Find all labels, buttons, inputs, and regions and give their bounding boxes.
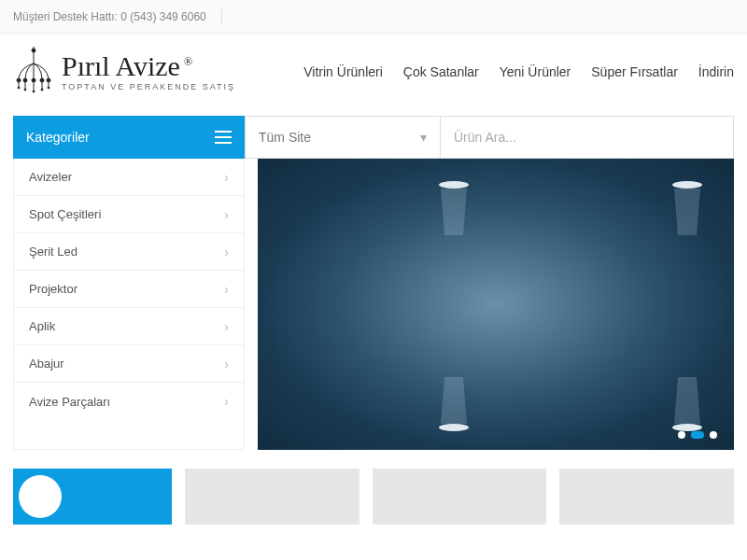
svg-marker-26 <box>441 377 467 424</box>
svg-point-21 <box>439 181 469 189</box>
promo-card-2[interactable] <box>373 469 547 525</box>
carousel-dot-2[interactable] <box>691 431 704 439</box>
sidebar-item-label: Avize Parçaları <box>29 395 110 409</box>
chevron-right-icon: › <box>224 394 229 409</box>
svg-point-27 <box>672 424 702 431</box>
chevron-right-icon: › <box>224 357 229 371</box>
categories-title: Kategoriler <box>26 130 90 145</box>
menu-icon <box>215 131 232 144</box>
chevron-right-icon: › <box>224 319 229 334</box>
search-scope-select[interactable]: Tüm Site ▾ <box>245 116 441 159</box>
logo[interactable]: Pırıl Avize® TOPTAN VE PERAKENDE SATIŞ <box>13 47 235 97</box>
search-row: Kategoriler Tüm Site ▾ <box>13 116 734 159</box>
sidebar-item-label: Spot Çeşitleri <box>29 207 101 221</box>
svg-rect-20 <box>215 142 232 144</box>
svg-point-6 <box>47 78 50 82</box>
promo-circle-icon <box>19 475 62 518</box>
svg-point-11 <box>48 87 49 89</box>
svg-rect-19 <box>215 136 232 138</box>
chevron-right-icon: › <box>224 282 229 297</box>
carousel-dots <box>678 431 717 439</box>
svg-point-4 <box>32 78 35 82</box>
select-value: Tüm Site <box>259 130 311 145</box>
nav-cok-satanlar[interactable]: Çok Satanlar <box>403 64 479 79</box>
svg-marker-22 <box>441 189 467 235</box>
svg-point-8 <box>24 89 26 91</box>
lamp-top-right <box>669 179 706 245</box>
topbar-divider <box>221 9 222 24</box>
chevron-right-icon: › <box>224 207 229 222</box>
chevron-right-icon: › <box>224 245 229 259</box>
lamp-top-left <box>435 179 472 245</box>
svg-point-25 <box>439 424 469 431</box>
chandelier-icon <box>13 47 54 97</box>
svg-point-10 <box>41 89 43 91</box>
sidebar: Avizeler › Spot Çeşitleri › Şerit Led › … <box>13 159 245 450</box>
svg-marker-28 <box>674 377 700 424</box>
header: Pırıl Avize® TOPTAN VE PERAKENDE SATIŞ V… <box>0 34 747 110</box>
svg-point-9 <box>33 91 35 92</box>
svg-rect-18 <box>215 131 232 133</box>
sidebar-item-spot[interactable]: Spot Çeşitleri › <box>14 196 244 233</box>
sidebar-item-label: Şerit Led <box>29 245 78 259</box>
hero-carousel[interactable] <box>258 159 734 450</box>
promo-card-1[interactable] <box>185 469 359 525</box>
nav-indirim[interactable]: İndirin <box>698 64 734 79</box>
chevron-right-icon: › <box>224 170 229 185</box>
content: Avizeler › Spot Çeşitleri › Şerit Led › … <box>13 159 734 450</box>
svg-marker-24 <box>674 189 700 235</box>
svg-point-7 <box>18 87 20 89</box>
promo-card-3[interactable] <box>559 469 734 525</box>
main-nav: Vitrin Ürünleri Çok Satanlar Yeni Ürünle… <box>303 64 734 79</box>
carousel-dot-1[interactable] <box>678 431 685 439</box>
search-input[interactable] <box>454 130 720 145</box>
carousel-dot-3[interactable] <box>710 431 717 439</box>
logo-text: Pırıl Avize® TOPTAN VE PERAKENDE SATIŞ <box>62 52 235 91</box>
search-input-wrap <box>441 116 734 159</box>
categories-header[interactable]: Kategoriler <box>13 116 245 159</box>
lamp-bottom-left <box>435 368 472 433</box>
svg-point-2 <box>17 78 21 82</box>
promo-card-blue[interactable] <box>13 469 172 525</box>
sidebar-item-parcalar[interactable]: Avize Parçaları › <box>14 383 244 420</box>
svg-point-5 <box>40 78 44 82</box>
nav-vitrin[interactable]: Vitrin Ürünleri <box>303 64 383 79</box>
lamp-bottom-right <box>669 368 706 433</box>
svg-point-3 <box>23 78 27 82</box>
sidebar-item-label: Avizeler <box>29 170 72 184</box>
svg-point-23 <box>672 181 702 189</box>
support-text: Müşteri Destek Hattı: 0 (543) 349 6060 <box>13 10 206 23</box>
sidebar-item-aplik[interactable]: Aplik › <box>14 308 244 345</box>
promo-row <box>13 469 734 525</box>
sidebar-item-label: Aplik <box>29 319 55 333</box>
sidebar-item-abajur[interactable]: Abajur › <box>14 345 244 383</box>
nav-yeni-urunler[interactable]: Yeni Ürünler <box>500 64 571 79</box>
sidebar-item-projektor[interactable]: Projektor › <box>14 271 244 308</box>
sidebar-item-avizeler[interactable]: Avizeler › <box>14 159 244 196</box>
sidebar-item-label: Abajur <box>29 357 64 371</box>
nav-super-firsatlar[interactable]: Süper Fırsatlar <box>591 64 678 79</box>
logo-script: Pırıl Avize® <box>62 52 235 80</box>
sidebar-item-serit-led[interactable]: Şerit Led › <box>14 233 244 271</box>
topbar: Müşteri Destek Hattı: 0 (543) 349 6060 <box>0 0 747 34</box>
svg-point-17 <box>32 49 35 52</box>
logo-tagline: TOPTAN VE PERAKENDE SATIŞ <box>62 82 235 91</box>
sidebar-item-label: Projektor <box>29 282 78 296</box>
caret-down-icon: ▾ <box>420 130 427 145</box>
